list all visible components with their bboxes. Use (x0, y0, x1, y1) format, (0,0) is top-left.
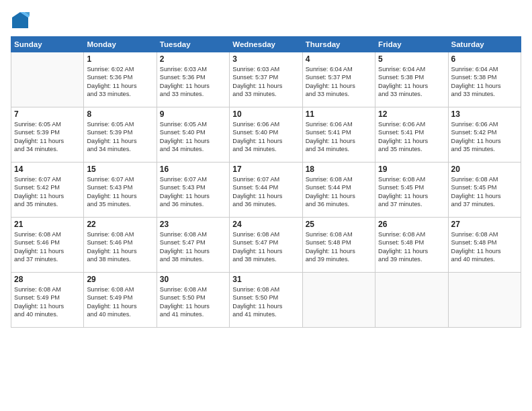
day-cell (11, 52, 84, 107)
cell-info-line: Sunrise: 6:08 AM (14, 285, 81, 293)
cell-info-line: and 40 minutes. (14, 310, 81, 318)
day-number: 18 (306, 165, 372, 174)
cell-info-line: Sunrise: 6:07 AM (232, 175, 299, 183)
cell-info-line: Daylight: 11 hours (160, 247, 226, 255)
cell-info-line: and 35 minutes. (451, 145, 518, 153)
day-cell (302, 273, 375, 328)
day-number: 3 (232, 54, 299, 64)
cell-info-line: Sunset: 5:45 PM (378, 183, 445, 191)
cell-info-line: Sunrise: 6:06 AM (232, 120, 299, 128)
day-number: 26 (378, 220, 445, 229)
cell-info-line: and 40 minutes. (451, 255, 518, 263)
cell-info-line: Sunset: 5:44 PM (306, 183, 372, 191)
cell-info-line: Sunset: 5:41 PM (306, 128, 372, 136)
day-number: 27 (451, 220, 518, 229)
cell-info-line: Sunset: 5:39 PM (87, 128, 153, 136)
weekday-header-saturday: Saturday (448, 37, 521, 52)
cell-info-line: and 37 minutes. (378, 200, 445, 208)
cell-info-line: and 36 minutes. (232, 200, 299, 208)
weekday-header-friday: Friday (375, 37, 448, 52)
day-cell (375, 273, 448, 328)
cell-info-line: Sunrise: 6:08 AM (160, 285, 226, 293)
day-cell: 15Sunrise: 6:07 AMSunset: 5:43 PMDayligh… (84, 163, 157, 218)
day-number: 22 (87, 220, 153, 229)
cell-info-line: Daylight: 11 hours (87, 137, 153, 145)
day-cell: 16Sunrise: 6:07 AMSunset: 5:43 PMDayligh… (157, 163, 229, 218)
cell-info-line: and 39 minutes. (306, 255, 372, 263)
day-number: 9 (160, 109, 226, 119)
week-row-5: 28Sunrise: 6:08 AMSunset: 5:49 PMDayligh… (11, 273, 521, 328)
cell-info-line: Daylight: 11 hours (14, 302, 81, 310)
week-row-2: 7Sunrise: 6:05 AMSunset: 5:39 PMDaylight… (11, 107, 521, 163)
cell-info-line: Daylight: 11 hours (160, 137, 226, 145)
weekday-header-thursday: Thursday (302, 37, 375, 52)
week-row-4: 21Sunrise: 6:08 AMSunset: 5:46 PMDayligh… (11, 218, 521, 273)
day-number: 2 (160, 54, 226, 64)
weekday-header-row: SundayMondayTuesdayWednesdayThursdayFrid… (11, 37, 521, 52)
cell-info-line: Daylight: 11 hours (160, 302, 226, 310)
cell-info-line: Sunrise: 6:08 AM (14, 230, 81, 238)
cell-info-line: Sunset: 5:46 PM (14, 238, 81, 246)
cell-info-line: Sunrise: 6:08 AM (451, 175, 518, 183)
cell-info-line: and 36 minutes. (306, 200, 372, 208)
day-number: 30 (160, 275, 226, 284)
cell-info-line: Daylight: 11 hours (87, 302, 153, 310)
day-cell: 5Sunrise: 6:04 AMSunset: 5:38 PMDaylight… (375, 52, 448, 107)
day-cell: 29Sunrise: 6:08 AMSunset: 5:49 PMDayligh… (84, 273, 157, 328)
cell-info-line: Sunset: 5:49 PM (87, 293, 153, 302)
weekday-header-tuesday: Tuesday (157, 37, 229, 52)
week-row-1: 1Sunrise: 6:02 AMSunset: 5:36 PMDaylight… (11, 52, 521, 107)
cell-info-line: Sunrise: 6:07 AM (87, 175, 153, 183)
cell-info-line: Sunset: 5:48 PM (306, 238, 372, 246)
cell-info-line: and 36 minutes. (160, 200, 226, 208)
cell-info-line: Daylight: 11 hours (378, 247, 445, 255)
cell-info-line: Sunset: 5:40 PM (160, 128, 226, 136)
day-cell: 18Sunrise: 6:08 AMSunset: 5:44 PMDayligh… (302, 163, 375, 218)
day-cell: 24Sunrise: 6:08 AMSunset: 5:47 PMDayligh… (230, 218, 302, 273)
cell-info-line: Daylight: 11 hours (14, 137, 81, 145)
cell-info-line: Sunset: 5:43 PM (160, 183, 226, 191)
cell-info-line: Sunrise: 6:02 AM (87, 65, 153, 73)
day-cell: 28Sunrise: 6:08 AMSunset: 5:49 PMDayligh… (11, 273, 84, 328)
cell-info-line: Sunrise: 6:04 AM (451, 65, 518, 73)
cell-info-line: Sunset: 5:47 PM (232, 238, 299, 246)
day-number: 20 (451, 165, 518, 174)
day-number: 16 (160, 165, 226, 174)
cell-info-line: Sunrise: 6:06 AM (451, 120, 518, 128)
cell-info-line: Sunset: 5:41 PM (378, 128, 445, 136)
cell-info-line: Sunrise: 6:08 AM (232, 230, 299, 238)
cell-info-line: and 34 minutes. (87, 145, 153, 153)
cell-info-line: Sunset: 5:36 PM (87, 73, 153, 81)
cell-info-line: Sunset: 5:50 PM (232, 293, 299, 302)
day-number: 19 (378, 165, 445, 174)
day-number: 1 (87, 54, 153, 64)
day-number: 17 (232, 165, 299, 174)
cell-info-line: Sunset: 5:46 PM (87, 238, 153, 246)
cell-info-line: Sunset: 5:40 PM (232, 128, 299, 136)
day-cell: 23Sunrise: 6:08 AMSunset: 5:47 PMDayligh… (157, 218, 229, 273)
day-number: 6 (451, 54, 518, 64)
cell-info-line: and 35 minutes. (14, 200, 81, 208)
cell-info-line: Daylight: 11 hours (306, 82, 372, 90)
cell-info-line: and 33 minutes. (232, 90, 299, 98)
cell-info-line: and 41 minutes. (232, 310, 299, 318)
day-cell: 3Sunrise: 6:03 AMSunset: 5:37 PMDaylight… (230, 52, 302, 107)
cell-info-line: Sunrise: 6:05 AM (87, 120, 153, 128)
day-number: 12 (378, 109, 445, 119)
cell-info-line: Sunset: 5:38 PM (378, 73, 445, 81)
cell-info-line: and 39 minutes. (378, 255, 445, 263)
cell-info-line: Sunrise: 6:03 AM (232, 65, 299, 73)
cell-info-line: Sunrise: 6:08 AM (306, 230, 372, 238)
day-number: 28 (14, 275, 81, 284)
cell-info-line: Sunrise: 6:08 AM (378, 230, 445, 238)
cell-info-line: Daylight: 11 hours (232, 137, 299, 145)
week-row-3: 14Sunrise: 6:07 AMSunset: 5:42 PMDayligh… (11, 163, 521, 218)
cell-info-line: and 33 minutes. (451, 90, 518, 98)
day-cell: 17Sunrise: 6:07 AMSunset: 5:44 PMDayligh… (230, 163, 302, 218)
day-cell: 6Sunrise: 6:04 AMSunset: 5:38 PMDaylight… (448, 52, 521, 107)
day-cell: 9Sunrise: 6:05 AMSunset: 5:40 PMDaylight… (157, 107, 229, 163)
cell-info-line: Sunrise: 6:04 AM (306, 65, 372, 73)
day-cell: 8Sunrise: 6:05 AMSunset: 5:39 PMDaylight… (84, 107, 157, 163)
day-number: 4 (306, 54, 372, 64)
day-number: 31 (232, 275, 299, 284)
